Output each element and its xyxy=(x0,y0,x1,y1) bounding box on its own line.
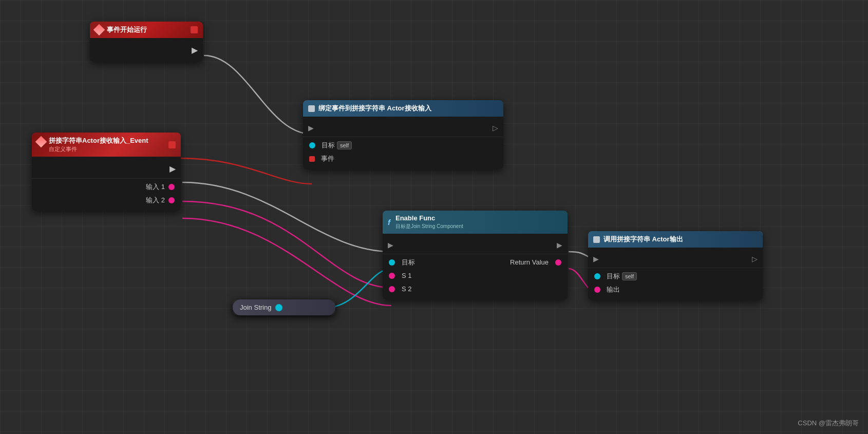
diamond-icon-2 xyxy=(35,136,47,148)
bind-exec-in: ▶ xyxy=(308,124,314,132)
node-bind-event-body: ▶ ▷ 目标 self 事件 xyxy=(303,117,503,169)
node-concat-event-title: 拼接字符串Actor接收输入_Event xyxy=(49,136,148,145)
node-call-output-title: 调用拼接字符串 Actor输出 xyxy=(603,235,683,244)
concat-exec-row: ▶ xyxy=(32,161,181,177)
enable-s1-row: S 1 xyxy=(383,269,568,282)
concat-input1-row: 输入 1 xyxy=(32,180,181,194)
enable-target-label: 目标 xyxy=(402,258,415,267)
bind-target-row: 目标 self xyxy=(303,139,503,152)
node-enable-func-title: Enable Func xyxy=(395,214,463,223)
concat-input2-label: 输入 2 xyxy=(146,196,165,205)
call-output-row: 输出 xyxy=(588,283,763,296)
exec-out-arrow: ▶ xyxy=(192,45,198,55)
node-event-start[interactable]: 事件开始运行 ▶ xyxy=(90,22,203,62)
exec-row: ▶ xyxy=(90,42,203,58)
join-string-pin xyxy=(275,304,282,311)
node-bind-event[interactable]: 绑定事件到拼接字符串 Actor接收输入 ▶ ▷ 目标 self 事件 xyxy=(303,100,503,169)
node-concat-event[interactable]: 拼接字符串Actor接收输入_Event 自定义事件 ▶ 输入 1 输入 2 xyxy=(32,133,181,211)
bind-target-pin xyxy=(309,142,315,148)
concat-exec-out: ▶ xyxy=(169,164,176,174)
bind-exec-row: ▶ ▷ xyxy=(303,121,503,135)
enable-target-return-row: 目标 Return Value xyxy=(383,256,568,269)
enable-exec-row: ▶ ▶ xyxy=(383,238,568,252)
node-call-output-header: 调用拼接字符串 Actor输出 xyxy=(588,231,763,248)
bind-target-self: self xyxy=(337,141,352,149)
diamond-icon xyxy=(93,24,105,36)
node-concat-event-header: 拼接字符串Actor接收输入_Event 自定义事件 xyxy=(32,133,181,157)
concat-input2-pin xyxy=(168,197,175,203)
enable-s1-label: S 1 xyxy=(402,272,412,279)
concat-input2-row: 输入 2 xyxy=(32,194,181,207)
node-call-output-body: ▶ ▷ 目标 self 输出 xyxy=(588,248,763,300)
node-event-start-header: 事件开始运行 xyxy=(90,22,203,38)
call-output-label: 输出 xyxy=(607,285,620,294)
node-enable-func-header: f Enable Func 目标是Join String Component xyxy=(383,211,568,234)
call-target-pin xyxy=(594,273,600,279)
call-exec-in: ▶ xyxy=(593,255,599,263)
enable-exec-in: ▶ xyxy=(388,241,393,249)
white-sq-icon xyxy=(308,105,315,112)
node-event-start-title: 事件开始运行 xyxy=(107,25,147,34)
bind-event-label: 事件 xyxy=(321,154,334,163)
call-target-row: 目标 self xyxy=(588,270,763,283)
func-icon: f xyxy=(388,218,390,227)
node-enable-func[interactable]: f Enable Func 目标是Join String Component ▶… xyxy=(383,211,568,300)
call-exec-row: ▶ ▷ xyxy=(588,252,763,266)
node-concat-event-subtitle: 自定义事件 xyxy=(49,145,148,153)
node-event-start-body: ▶ xyxy=(90,38,203,62)
node-bind-event-header: 绑定事件到拼接字符串 Actor接收输入 xyxy=(303,100,503,117)
node-enable-func-body: ▶ ▶ 目标 Return Value S 1 S 2 xyxy=(383,234,568,300)
node-call-output[interactable]: 调用拼接字符串 Actor输出 ▶ ▷ 目标 self 输出 xyxy=(588,231,763,300)
join-string-label: Join String xyxy=(240,304,271,311)
node-concat-event-body: ▶ 输入 1 输入 2 xyxy=(32,157,181,211)
enable-s2-label: S 2 xyxy=(402,285,412,293)
white-sq-icon-2 xyxy=(593,236,600,243)
node-enable-func-subtitle: 目标是Join String Component xyxy=(395,223,463,230)
bind-exec-out: ▷ xyxy=(493,124,498,132)
event-start-red-btn[interactable] xyxy=(191,26,198,33)
enable-return-pin xyxy=(555,259,561,266)
node-join-string[interactable]: Join String xyxy=(233,299,335,315)
call-exec-out: ▷ xyxy=(752,255,758,263)
call-output-pin xyxy=(594,287,600,293)
enable-exec-out: ▶ xyxy=(557,241,562,249)
node-bind-event-title: 绑定事件到拼接字符串 Actor接收输入 xyxy=(318,104,431,113)
join-string-pill: Join String xyxy=(233,299,335,315)
watermark: CSDN @雷杰弗朗哥 xyxy=(798,419,859,428)
enable-target-pin xyxy=(389,259,395,266)
bind-event-pin xyxy=(309,156,315,162)
enable-s2-row: S 2 xyxy=(383,282,568,296)
concat-event-red-btn[interactable] xyxy=(168,141,176,148)
bind-event-row: 事件 xyxy=(303,152,503,165)
concat-input1-pin xyxy=(168,184,175,190)
call-target-self: self xyxy=(622,272,637,280)
call-target-label: 目标 xyxy=(607,272,620,281)
enable-s2-pin xyxy=(389,286,395,292)
enable-return-label: Return Value xyxy=(510,258,549,266)
concat-input1-label: 输入 1 xyxy=(146,182,165,192)
bind-target-label: 目标 xyxy=(322,141,335,150)
enable-s1-pin xyxy=(389,273,395,279)
